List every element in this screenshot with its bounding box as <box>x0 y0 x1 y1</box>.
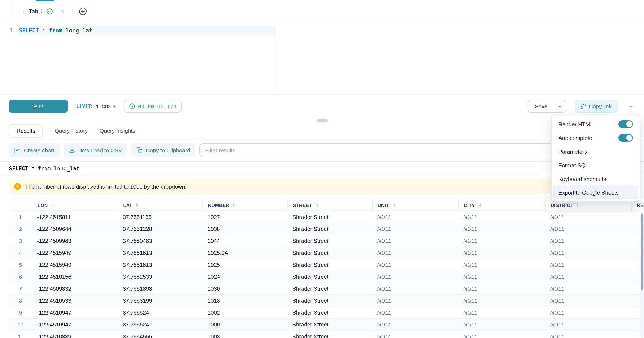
sort-icon[interactable]: ⇅ <box>315 203 319 207</box>
table-cell[interactable]: NULL <box>458 285 545 292</box>
table-cell[interactable]: Shrader Street <box>287 226 372 232</box>
table-cell[interactable]: NULL <box>545 285 631 292</box>
table-cell[interactable]: 37.7652533 <box>118 274 202 280</box>
table-cell[interactable]: -122.4515811 <box>32 214 118 220</box>
table-cell[interactable]: -122.4510533 <box>32 297 118 304</box>
table-cell[interactable]: NULL <box>372 321 458 328</box>
table-cell[interactable]: NULL <box>545 226 631 232</box>
table-cell[interactable]: NULL <box>458 262 545 268</box>
table-cell[interactable]: 1025.0A <box>202 250 287 256</box>
table-cell[interactable]: NULL <box>372 250 458 256</box>
table-cell[interactable]: Shrader Street <box>287 333 372 338</box>
table-cell[interactable]: NULL <box>458 297 545 304</box>
table-cell[interactable]: 1000 <box>202 321 287 328</box>
sort-icon[interactable]: ⇅ <box>576 203 580 207</box>
tab-query-history[interactable]: Query history <box>55 128 88 134</box>
table-cell[interactable]: Shrader Street <box>287 238 372 244</box>
save-button[interactable]: Save <box>528 100 554 112</box>
table-cell[interactable]: NULL <box>372 309 458 316</box>
table-cell[interactable]: 1030 <box>202 285 287 292</box>
tab-query-insights[interactable]: Query Insights <box>100 128 135 134</box>
table-cell[interactable]: 1038 <box>202 226 287 232</box>
sort-icon[interactable]: ⇅ <box>51 203 54 207</box>
table-cell[interactable]: Shrader Street <box>287 285 372 292</box>
table-cell[interactable]: -122.4510389 <box>32 333 118 338</box>
table-cell[interactable]: NULL <box>372 262 458 268</box>
more-options-button[interactable]: ⋯ <box>626 102 638 110</box>
column-header-number[interactable]: NUMBER⇅ <box>202 199 287 211</box>
table-cell[interactable]: -122.4510947 <box>32 309 118 316</box>
tab-tab1[interactable]: ⋮⋮ Tab 1 × <box>13 0 70 23</box>
table-cell[interactable]: Shrader Street <box>287 262 372 268</box>
table-cell[interactable]: NULL <box>545 274 631 280</box>
column-header-unit[interactable]: UNIT⇅ <box>372 199 458 211</box>
table-cell[interactable]: -122.4515949 <box>32 262 118 268</box>
table-cell[interactable]: 1024 <box>202 274 287 280</box>
table-cell[interactable]: 1025 <box>202 262 287 268</box>
table-cell[interactable]: NULL <box>372 214 458 220</box>
table-cell[interactable]: 1008 <box>202 333 287 338</box>
column-header-lat[interactable]: LAT⇅ <box>118 199 202 211</box>
toggle-switch[interactable] <box>618 134 633 142</box>
table-cell[interactable]: 1044 <box>202 238 287 244</box>
table-cell[interactable]: NULL <box>545 262 631 268</box>
table-cell[interactable]: 37.7651813 <box>118 262 202 268</box>
add-tab-button[interactable] <box>79 0 87 23</box>
table-cell[interactable]: NULL <box>372 274 458 280</box>
menu-item-render-html[interactable]: Render HTML <box>553 117 638 131</box>
table-cell[interactable]: Shrader Street <box>287 321 372 328</box>
sort-icon[interactable]: ⇅ <box>478 203 482 207</box>
table-cell[interactable]: NULL <box>372 297 458 304</box>
table-cell[interactable]: NULL <box>458 238 545 244</box>
table-row[interactable]: 5-122.451594937.76518131025Shrader Stree… <box>9 259 644 271</box>
table-row[interactable]: 8-122.451053337.76531991018Shrader Stree… <box>9 295 644 307</box>
table-cell[interactable]: -122.4510947 <box>32 321 118 328</box>
table-cell[interactable]: Shrader Street <box>287 309 372 316</box>
table-cell[interactable]: 37.765524 <box>118 321 202 328</box>
table-cell[interactable]: Shrader Street <box>287 214 372 220</box>
table-cell[interactable]: NULL <box>458 226 545 232</box>
column-header-lon[interactable]: LON⇅ <box>32 199 118 211</box>
table-row[interactable]: 6-122.451015637.76525331024Shrader Stree… <box>9 271 644 283</box>
table-cell[interactable]: 1027 <box>202 214 287 220</box>
copy-link-button[interactable]: Copy link <box>574 100 618 113</box>
table-cell[interactable]: 37.7651135 <box>118 214 202 220</box>
table-cell[interactable]: NULL <box>458 214 545 220</box>
close-icon[interactable]: × <box>60 8 64 15</box>
table-cell[interactable]: 37.7651228 <box>118 226 202 232</box>
table-cell[interactable]: -122.4509644 <box>32 226 118 232</box>
table-cell[interactable]: NULL <box>458 309 545 316</box>
table-row[interactable]: 3-122.450998337.76504831044Shrader Stree… <box>9 235 644 247</box>
save-options-button[interactable] <box>554 100 565 112</box>
table-cell[interactable]: NULL <box>545 250 631 256</box>
sql-editor[interactable]: 1 SELECT * from long_lat <box>0 23 644 95</box>
menu-item-export-to-google-sheets[interactable]: Export to Google Sheets <box>553 186 638 199</box>
table-cell[interactable]: 37.7650483 <box>118 238 202 244</box>
run-button[interactable]: Run <box>9 100 68 113</box>
download-csv-button[interactable]: Download to CSV <box>64 143 127 157</box>
copy-clipboard-button[interactable]: Copy to Clipboard <box>131 143 195 157</box>
table-cell[interactable]: 37.7653199 <box>118 297 202 304</box>
table-row[interactable]: 1-122.451581137.76511351027Shrader Stree… <box>9 211 644 223</box>
scrollbar-thumb[interactable] <box>640 214 643 290</box>
table-cell[interactable]: NULL <box>545 321 631 328</box>
table-row[interactable]: 10-122.451094737.7655241000Shrader Stree… <box>9 319 644 331</box>
editor-code-pane[interactable]: SELECT * from long_lat <box>18 23 275 94</box>
table-cell[interactable]: NULL <box>545 214 631 220</box>
table-cell[interactable]: NULL <box>545 309 631 316</box>
sort-icon[interactable]: ⇅ <box>232 203 236 207</box>
table-row[interactable]: 7-122.450983237.76518981030Shrader Stree… <box>9 283 644 295</box>
table-row[interactable]: 11-122.451038937.76545551008Shrader Stre… <box>9 331 644 338</box>
code-line[interactable]: SELECT * from long_lat <box>18 26 275 35</box>
column-header-city[interactable]: CITY⇅ <box>458 199 545 211</box>
table-cell[interactable]: 37.765524 <box>118 309 202 316</box>
table-cell[interactable]: NULL <box>458 333 545 338</box>
tab-results[interactable]: Results <box>9 124 43 138</box>
drag-handle-icon[interactable]: ⋮⋮ <box>18 9 25 14</box>
column-header-street[interactable]: STREET⇅ <box>287 199 372 211</box>
table-cell[interactable]: Shrader Street <box>287 297 372 304</box>
table-row[interactable]: 2-122.450964437.76512281038Shrader Stree… <box>9 223 644 235</box>
table-cell[interactable]: NULL <box>545 297 631 304</box>
menu-item-autocomplete[interactable]: Autocomplete <box>553 131 638 145</box>
menu-item-keyboard-shortcuts[interactable]: Keyboard shortcuts <box>553 172 638 186</box>
